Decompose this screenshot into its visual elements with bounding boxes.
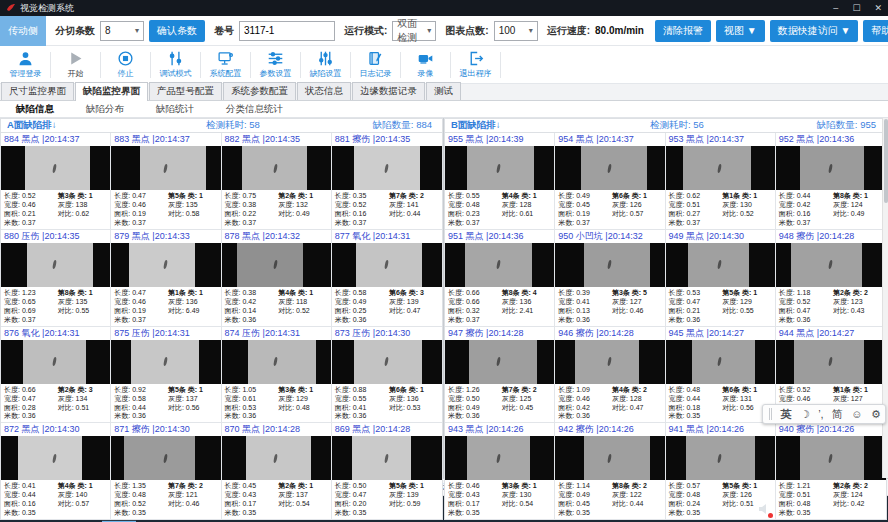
minimize-button[interactable]: – — [833, 3, 838, 13]
log-record-button[interactable]: 日志记录 — [352, 50, 399, 79]
defect-cell[interactable]: 876 氧化 |20:14:31 长度: 0.66 宽度: 0.47 面积: 0… — [1, 327, 111, 424]
confirm-count-button[interactable]: 确认条数 — [149, 20, 205, 42]
defect-image[interactable] — [776, 436, 886, 480]
defect-cell[interactable]: 882 黑点 |20:14:35 长度: 0.75 宽度: 0.38 面积: 0… — [222, 133, 332, 230]
defect-cell[interactable]: 953 黑点 |20:14:37 长度: 0.62 宽度: 0.51 面积: 0… — [666, 133, 776, 230]
defect-cell[interactable]: 883 黑点 |20:14:37 长度: 0.47 宽度: 0.46 面积: 0… — [111, 133, 221, 230]
defect-cell[interactable]: 942 擦伤 |20:14:26 长度: 1.14 宽度: 0.49 面积: 0… — [555, 423, 665, 520]
parameter-settings-button[interactable]: 参数设置 — [252, 50, 299, 79]
stop-button[interactable]: 停止 — [102, 50, 149, 79]
defect-image[interactable] — [222, 146, 331, 190]
defect-image[interactable] — [555, 146, 664, 190]
defect-image[interactable] — [445, 340, 554, 384]
defect-cell[interactable]: 873 压伤 |20:14:30 长度: 0.88 宽度: 0.55 面积: 0… — [332, 327, 442, 424]
defect-image[interactable] — [1, 243, 110, 287]
tab-test[interactable]: 测试 — [426, 82, 461, 100]
defect-image[interactable] — [332, 340, 442, 384]
defect-image[interactable] — [1, 340, 110, 384]
panel-a-title[interactable]: A面缺陷排↓ — [7, 119, 206, 132]
defect-cell[interactable]: 954 黑点 |20:14:37 长度: 0.49 宽度: 0.45 面积: 0… — [555, 133, 665, 230]
exit-program-button[interactable]: 退出程序 — [452, 50, 499, 79]
subtab-class-info-statistics[interactable]: 分类信息统计 — [210, 101, 299, 118]
defect-cell[interactable]: 880 压伤 |20:14:35 长度: 1.23 宽度: 0.65 面积: 0… — [1, 230, 111, 327]
record-video-button[interactable]: 录像 — [402, 50, 449, 79]
defect-image[interactable] — [666, 146, 775, 190]
tab-size-monitor[interactable]: 尺寸监控界面 — [1, 82, 74, 100]
defect-cell[interactable]: 869 黑点 |20:14:28 长度: 0.50 宽度: 0.47 面积: 0… — [332, 423, 442, 520]
defect-image[interactable] — [445, 146, 554, 190]
defect-image[interactable] — [222, 243, 331, 287]
clear-alarm-button[interactable]: 清除报警 — [655, 20, 711, 42]
defect-cell[interactable]: 945 黑点 |20:14:27 长度: 0.48 宽度: 0.44 面积: 0… — [666, 327, 776, 424]
defect-cell[interactable]: 952 黑点 |20:14:36 长度: 0.44 宽度: 0.42 面积: 0… — [776, 133, 886, 230]
defect-cell[interactable]: 949 黑点 |20:14:30 长度: 0.53 宽度: 0.47 面积: 0… — [666, 230, 776, 327]
defect-image[interactable] — [332, 146, 442, 190]
defect-cell[interactable]: 947 擦伤 |20:14:28 长度: 1.26 宽度: 0.50 面积: 0… — [445, 327, 555, 424]
drive-side-button[interactable]: 传动侧 — [0, 16, 46, 46]
defect-cell[interactable]: 871 擦伤 |20:14:30 长度: 1.35 宽度: 0.48 面积: 0… — [111, 423, 221, 520]
drag-handle-icon[interactable] — [769, 408, 772, 420]
defect-image[interactable] — [555, 436, 664, 480]
defect-cell[interactable]: 877 氧化 |20:14:31 长度: 0.58 宽度: 0.49 面积: 0… — [332, 230, 442, 327]
volume-indicator[interactable] — [758, 503, 770, 517]
defect-cell[interactable]: 950 小凹坑 |20:14:32 长度: 0.39 宽度: 0.41 面积: … — [555, 230, 665, 327]
run-mode-select[interactable]: 双面检测▾ — [392, 21, 436, 41]
ime-english-toggle[interactable]: 英 — [781, 409, 792, 420]
defect-image[interactable] — [111, 146, 220, 190]
defect-cell[interactable]: 878 黑点 |20:14:32 长度: 0.38 宽度: 0.42 面积: 0… — [222, 230, 332, 327]
subtab-defect-statistics[interactable]: 缺陷统计 — [140, 101, 210, 118]
chart-points-select[interactable]: 100▾ — [494, 21, 538, 41]
defect-image[interactable] — [445, 436, 554, 480]
roll-number-input[interactable] — [239, 21, 335, 41]
view-menu-button[interactable]: 视图 ▼ — [716, 20, 765, 42]
defect-cell[interactable]: 943 黑点 |20:14:26 长度: 0.46 宽度: 0.43 面积: 0… — [445, 423, 555, 520]
defect-image[interactable] — [111, 243, 220, 287]
moon-icon[interactable]: ☽ — [800, 409, 810, 420]
defect-cell[interactable]: 874 压伤 |20:14:31 长度: 1.05 宽度: 0.61 面积: 0… — [222, 327, 332, 424]
defect-settings-button[interactable]: 缺陷设置 — [302, 50, 349, 79]
defect-image[interactable] — [666, 243, 775, 287]
defect-image[interactable] — [666, 340, 775, 384]
subtab-defect-info[interactable]: 缺陷信息 — [0, 101, 70, 118]
defect-cell[interactable]: 875 压伤 |20:14:31 长度: 0.92 宽度: 0.58 面积: 0… — [111, 327, 221, 424]
defect-image[interactable] — [1, 436, 110, 480]
defect-image[interactable] — [776, 243, 886, 287]
defect-cell[interactable]: 955 黑点 |20:14:39 长度: 0.55 宽度: 0.48 面积: 0… — [445, 133, 555, 230]
tab-status-info[interactable]: 状态信息 — [297, 82, 351, 100]
tab-product-model-config[interactable]: 产品型号配置 — [149, 82, 222, 100]
defect-cell[interactable]: 870 黑点 |20:14:28 长度: 0.45 宽度: 0.43 面积: 0… — [222, 423, 332, 520]
defect-cell[interactable]: 951 黑点 |20:14:36 长度: 0.66 宽度: 0.66 面积: 0… — [445, 230, 555, 327]
defect-cell[interactable]: 946 擦伤 |20:14:28 长度: 1.09 宽度: 0.46 面积: 0… — [555, 327, 665, 424]
vertical-scrollbar[interactable] — [882, 118, 888, 478]
tab-defect-monitor[interactable]: 缺陷监控界面 — [75, 82, 148, 101]
tab-edge-data-record[interactable]: 边缘数据记录 — [352, 82, 425, 100]
debug-mode-button[interactable]: 调试模式 — [152, 50, 199, 79]
data-quick-access-menu-button[interactable]: 数据快捷访问 ▼ — [770, 20, 859, 42]
defect-image[interactable] — [332, 243, 442, 287]
punctuation-icon[interactable]: ’, — [818, 409, 824, 420]
defect-cell[interactable]: 881 擦伤 |20:14:35 长度: 0.35 宽度: 0.52 面积: 0… — [332, 133, 442, 230]
defect-image[interactable] — [222, 340, 331, 384]
defect-image[interactable] — [1, 146, 110, 190]
system-config-button[interactable]: 系统配置 — [202, 50, 249, 79]
defect-cell[interactable]: 940 擦伤 |20:14:26 长度: 1.21 宽度: 0.51 面积: 0… — [776, 423, 886, 520]
slit-count-select[interactable]: 8▾ — [100, 21, 144, 41]
defect-image[interactable] — [666, 436, 775, 480]
defect-image[interactable] — [111, 436, 220, 480]
start-button[interactable]: 开始 — [52, 50, 99, 79]
ime-toolbar[interactable]: 英 ☽ ’, 简 ☺ ⚙ — [762, 404, 886, 424]
help-menu-button[interactable]: 帮助 ▼ — [863, 20, 888, 42]
maximize-button[interactable]: ☐ — [852, 3, 860, 13]
tab-system-param-config[interactable]: 系统参数配置 — [223, 82, 296, 100]
defect-cell[interactable]: 872 黑点 |20:14:30 长度: 0.41 宽度: 0.44 面积: 0… — [1, 423, 111, 520]
panel-b-title[interactable]: B面缺陷排↓ — [451, 119, 650, 132]
ime-simplified-toggle[interactable]: 简 — [832, 409, 843, 420]
defect-image[interactable] — [445, 243, 554, 287]
defect-image[interactable] — [555, 243, 664, 287]
defect-image[interactable] — [332, 436, 442, 480]
close-button[interactable]: ✕ — [874, 3, 882, 13]
defect-image[interactable] — [222, 436, 331, 480]
defect-image[interactable] — [555, 340, 664, 384]
defect-image[interactable] — [776, 340, 886, 384]
gear-icon[interactable]: ⚙ — [871, 409, 881, 420]
